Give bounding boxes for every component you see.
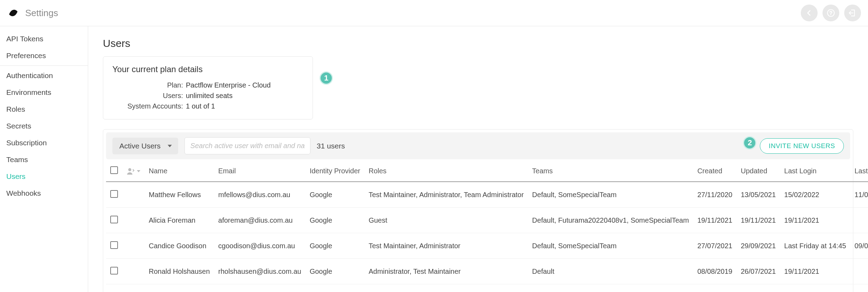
cell-lastlogin: 17/02/2022 xyxy=(780,284,850,292)
col-created[interactable]: Created xyxy=(693,161,736,182)
sidebar-item-users[interactable]: Users xyxy=(0,168,88,185)
cell-email: cgoodison@dius.com.au xyxy=(214,233,306,259)
cell-updated: 19/11/2021 xyxy=(737,208,780,233)
cell-roles: Test Maintainer, Administrator, Team Adm… xyxy=(364,182,528,208)
row-checkbox[interactable] xyxy=(110,216,118,223)
header-actions: ? xyxy=(801,5,861,21)
cell-roles: Guest xyxy=(364,284,528,292)
cell-lasttoken xyxy=(850,208,868,233)
cell-updated: 26/07/2021 xyxy=(737,259,780,284)
sidebar-item-secrets[interactable]: Secrets xyxy=(0,118,88,134)
cell-roles: Guest xyxy=(364,208,528,233)
svg-text:?: ? xyxy=(830,10,832,16)
cell-created: 08/10/2021 xyxy=(693,284,736,292)
arrow-left-icon xyxy=(805,8,814,18)
col-idp[interactable]: Identity Provider xyxy=(306,161,365,182)
cell-name: Matthew Fellows xyxy=(145,182,214,208)
table-row: Candice Goodisoncgoodison@dius.com.auGoo… xyxy=(106,233,868,259)
cell-updated: 08/10/2021 xyxy=(737,284,780,292)
sidebar-item-api-tokens[interactable]: API Tokens xyxy=(0,30,88,47)
plan-users-label: Users: xyxy=(112,90,186,101)
col-name[interactable]: Name xyxy=(145,161,214,182)
cell-idp: Google xyxy=(306,259,365,284)
col-updated[interactable]: Updated xyxy=(737,161,780,182)
cell-teams: Default, Futurama20220408v1, SomeSpecial… xyxy=(528,208,693,233)
col-assign[interactable] xyxy=(122,161,145,182)
cell-roles: Administrator, Test Maintainer xyxy=(364,259,528,284)
search-input[interactable] xyxy=(184,137,310,154)
row-assign xyxy=(122,259,145,284)
sidebar-item-roles[interactable]: Roles xyxy=(0,101,88,118)
cell-name: Candice Goodison xyxy=(145,233,214,259)
col-lastlogin[interactable]: Last Login xyxy=(780,161,850,182)
sidebar-item-subscription[interactable]: Subscription xyxy=(0,134,88,151)
col-roles[interactable]: Roles xyxy=(364,161,528,182)
help-icon: ? xyxy=(826,8,835,18)
cell-lasttoken xyxy=(850,284,868,292)
row-checkbox[interactable] xyxy=(110,190,118,198)
cell-lasttoken: 09/02/2022 xyxy=(850,233,868,259)
cell-idp: Google xyxy=(306,182,365,208)
cell-name: Alicia Foreman xyxy=(145,208,214,233)
cell-created: 27/11/2020 xyxy=(693,182,736,208)
users-table-panel: Active Users 31 users 2 INVITE NEW USERS xyxy=(103,129,853,292)
cell-roles: Test Maintainer, Administrator xyxy=(364,233,528,259)
col-lasttoken[interactable]: Last Time Token Used xyxy=(850,161,868,182)
row-assign xyxy=(122,233,145,259)
app-logo xyxy=(7,7,20,19)
status-filter-dropdown[interactable]: Active Users xyxy=(112,138,178,154)
cell-idp: Google xyxy=(306,233,365,259)
cell-updated: 13/05/2021 xyxy=(737,182,780,208)
plan-sysacct-value: 1 out of 1 xyxy=(186,101,215,111)
cell-lastlogin: 19/11/2021 xyxy=(780,259,850,284)
plan-row-users: Users: unlimited seats xyxy=(112,90,303,101)
plan-row-plan: Plan: Pactflow Enterprise - Cloud xyxy=(112,80,303,90)
exit-icon xyxy=(848,8,857,18)
user-search xyxy=(184,137,310,154)
invite-new-users-button[interactable]: INVITE NEW USERS xyxy=(760,138,844,154)
sidebar-item-preferences[interactable]: Preferences xyxy=(0,47,88,64)
col-email[interactable]: Email xyxy=(214,161,306,182)
sidebar-item-webhooks[interactable]: Webhooks xyxy=(0,185,88,202)
cell-teams: Default, SomeSpecialTeam xyxy=(528,182,693,208)
row-assign xyxy=(122,182,145,208)
table-row: Shuying Linsylin@dius.com.auGoogleGuestD… xyxy=(106,284,868,292)
cell-email: mfellows@dius.com.au xyxy=(214,182,306,208)
chevron-down-icon xyxy=(137,170,140,172)
table-row: Matthew Fellowsmfellows@dius.com.auGoogl… xyxy=(106,182,868,208)
sidebar-item-authentication[interactable]: Authentication xyxy=(0,67,88,84)
plan-row-sysacct: System Accounts: 1 out of 1 xyxy=(112,101,303,111)
cell-lastlogin: Last Friday at 14:45 xyxy=(780,233,850,259)
cell-email: sylin@dius.com.au xyxy=(214,284,306,292)
sidebar-item-environments[interactable]: Environments xyxy=(0,84,88,101)
cell-name: Ronald Holshausen xyxy=(145,259,214,284)
plan-details-card: 1 Your current plan details Plan: Pactfl… xyxy=(103,56,313,119)
plan-label: Plan: xyxy=(112,80,186,90)
cell-lasttoken: 5 xyxy=(850,259,868,284)
help-button[interactable]: ? xyxy=(822,5,839,21)
table-row: Ronald Holshausenrholshausen@dius.com.au… xyxy=(106,259,868,284)
cell-lastlogin: 15/02/2022 xyxy=(780,182,850,208)
exit-button[interactable] xyxy=(844,5,861,21)
cell-updated: 29/09/2021 xyxy=(737,233,780,259)
plan-heading: Your current plan details xyxy=(112,64,303,74)
col-checkbox xyxy=(106,161,122,182)
plan-users-value: unlimited seats xyxy=(186,90,232,101)
cell-idp: Google xyxy=(306,208,365,233)
select-all-checkbox[interactable] xyxy=(110,166,118,174)
cell-created: 08/08/2019 xyxy=(693,259,736,284)
sidebar-item-teams[interactable]: Teams xyxy=(0,151,88,168)
row-checkbox[interactable] xyxy=(110,267,118,274)
users-table: Name Email Identity Provider Roles Teams… xyxy=(106,161,868,292)
settings-sidebar: API Tokens Preferences Authentication En… xyxy=(0,26,88,292)
row-assign xyxy=(122,208,145,233)
plan-sysacct-label: System Accounts: xyxy=(112,101,186,111)
back-button[interactable] xyxy=(801,5,818,21)
col-teams[interactable]: Teams xyxy=(528,161,693,182)
main-layout: API Tokens Preferences Authentication En… xyxy=(0,26,868,292)
row-assign xyxy=(122,284,145,292)
table-row: Alicia Foremanaforeman@dius.com.auGoogle… xyxy=(106,208,868,233)
plan-value: Pactflow Enterprise - Cloud xyxy=(186,80,271,90)
sidebar-divider xyxy=(0,65,88,66)
row-checkbox[interactable] xyxy=(110,241,118,249)
